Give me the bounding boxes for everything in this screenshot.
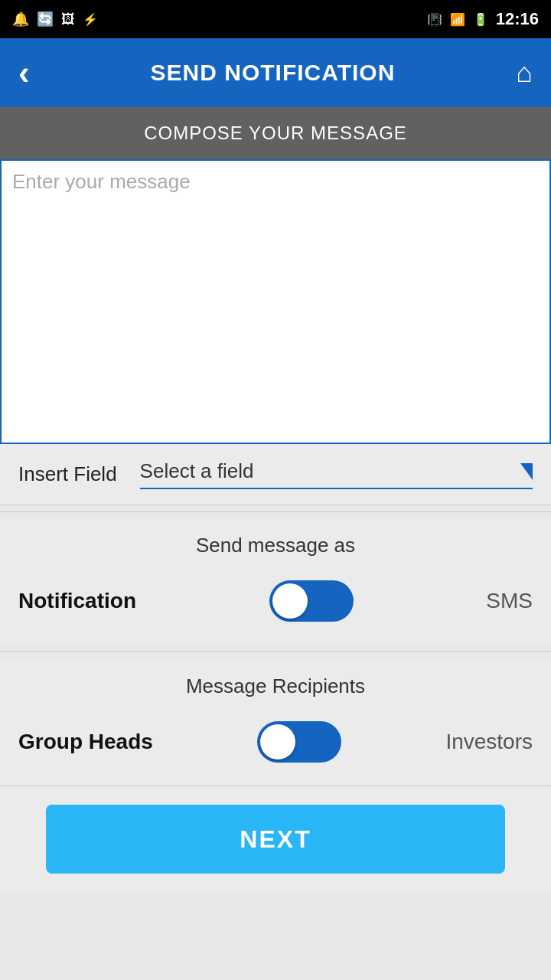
message-recipients-section: Message Recipients Group Heads Investors	[0, 659, 551, 786]
back-button[interactable]: ‹	[18, 54, 30, 92]
status-icons-right: 📳 📶 🔋 12:16	[427, 9, 539, 29]
next-button-container: NEXT	[0, 786, 551, 892]
notification-icon: 🔔	[12, 11, 29, 28]
recipients-toggle[interactable]	[257, 721, 341, 763]
sync-icon: 🔄	[37, 11, 54, 28]
notification-label: Notification	[18, 589, 136, 613]
time-display: 12:16	[496, 9, 539, 29]
select-field-dropdown[interactable]: Select a field	[140, 459, 533, 489]
insert-field-label: Insert Field	[18, 462, 117, 486]
app-header: ‹ SEND NOTIFICATION ⌂	[0, 38, 551, 107]
recipients-toggle-row: Group Heads Investors	[18, 714, 533, 778]
chevron-down-icon	[520, 463, 533, 480]
divider-1	[0, 511, 551, 512]
notification-sms-toggle[interactable]	[269, 580, 354, 622]
header-title: SEND NOTIFICATION	[30, 60, 517, 86]
battery-icon: 🔋	[473, 12, 488, 27]
send-type-toggle-row: Notification SMS	[18, 573, 533, 637]
status-icons-left: 🔔 🔄 🖼 ⚡	[12, 11, 98, 28]
wifi-icon: 📶	[450, 12, 465, 27]
insert-field-row: Insert Field Select a field	[0, 444, 551, 505]
send-message-as-title: Send message as	[18, 534, 533, 557]
home-button[interactable]: ⌂	[516, 57, 533, 89]
compose-section-label: COMPOSE YOUR MESSAGE	[0, 107, 551, 159]
select-field-text: Select a field	[140, 459, 254, 483]
recipients-title: Message Recipients	[18, 675, 533, 698]
image-icon: 🖼	[61, 11, 75, 28]
message-area	[0, 159, 551, 444]
next-button[interactable]: NEXT	[46, 805, 505, 874]
recipients-toggle-knob	[260, 724, 295, 760]
sms-label: SMS	[486, 589, 533, 613]
status-bar: 🔔 🔄 🖼 ⚡ 📳 📶 🔋 12:16	[0, 0, 551, 38]
divider-2	[0, 651, 551, 652]
vibrate-icon: 📳	[427, 12, 442, 27]
usb-icon: ⚡	[83, 12, 98, 27]
investors-label: Investors	[445, 730, 533, 754]
message-input[interactable]	[12, 170, 539, 430]
group-heads-label: Group Heads	[18, 730, 153, 754]
send-message-as-section: Send message as Notification SMS	[0, 518, 551, 645]
toggle-knob	[272, 583, 308, 619]
